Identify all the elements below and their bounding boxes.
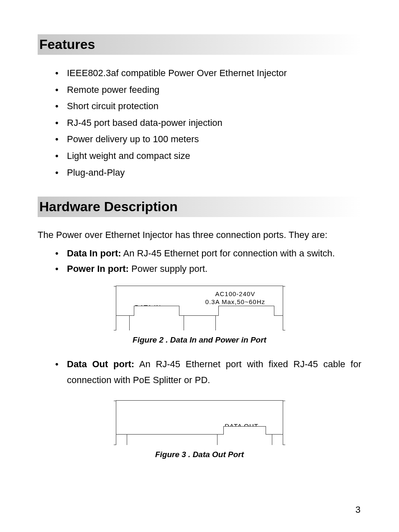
- figure-2-caption: Figure 2 . Data In and Power in Port: [38, 335, 361, 345]
- feature-item: Remote power feeding: [55, 82, 361, 98]
- figure-2: AC100-240V 0.3A Max,50~60Hz DATA IN Figu…: [38, 286, 361, 345]
- port-edge: [116, 435, 127, 445]
- port-desc: An RJ-45 Ethernet port for connection wi…: [121, 248, 335, 258]
- power-port-icon: [218, 306, 274, 316]
- feature-item: Power delivery up to 100 meters: [55, 131, 361, 148]
- port-spacer: [127, 435, 217, 445]
- data-out-port-slot: [217, 435, 272, 445]
- feature-item: IEEE802.3af compatible Power Over Ethern…: [55, 65, 361, 82]
- port-edge: [116, 316, 130, 330]
- rj45-port-icon: [134, 306, 179, 316]
- figure-3-caption: Figure 3 . Data Out Port: [38, 450, 361, 459]
- power-spec-line1: AC100-240V: [215, 290, 255, 297]
- feature-item: Light weight and compact size: [55, 148, 361, 164]
- port-label: Data Out port:: [67, 359, 134, 369]
- device-diagram-data-out: DATA OUT: [116, 400, 283, 445]
- feature-item: Short circuit protection: [55, 98, 361, 115]
- port-desc: Power supply port.: [129, 263, 207, 274]
- hardware-intro-text: The Power over Ethernet Injector has thr…: [38, 227, 361, 243]
- port-item-data-out: Data Out port: An RJ-45 Ethernet port wi…: [55, 356, 361, 388]
- port-label: Power In port:: [67, 263, 129, 274]
- document-page: Features IEEE802.3af compatible Power Ov…: [0, 0, 399, 532]
- figure-3: DATA OUT Figure 3 . Data Out Port: [38, 400, 361, 459]
- ports-list-continued: Data Out port: An RJ-45 Ethernet port wi…: [38, 356, 361, 388]
- port-spacer: [184, 316, 216, 330]
- device-diagram-data-in: AC100-240V 0.3A Max,50~60Hz DATA IN: [116, 286, 283, 330]
- power-spec-line2: 0.3A Max,50~60Hz: [205, 298, 265, 305]
- port-item-data-in: Data In port: An RJ-45 Ethernet port for…: [55, 246, 361, 261]
- port-item-power-in: Power In port: Power supply port.: [55, 261, 361, 276]
- features-heading: Features: [38, 34, 361, 55]
- ports-list: Data In port: An RJ-45 Ethernet port for…: [38, 246, 361, 277]
- feature-item: Plug-and-Play: [55, 164, 361, 181]
- port-edge: [272, 435, 283, 445]
- data-in-port-slot: [130, 316, 184, 330]
- edge-decoration: [283, 286, 285, 330]
- page-number: 3: [356, 504, 361, 515]
- power-spec-label: AC100-240V 0.3A Max,50~60Hz: [205, 290, 265, 306]
- power-port-slot: [216, 316, 283, 330]
- feature-item: RJ-45 port based data-power injection: [55, 115, 361, 131]
- rj45-port-icon: [223, 426, 266, 435]
- edge-decoration: [283, 401, 285, 445]
- port-label: Data In port:: [67, 248, 121, 258]
- features-list: IEEE802.3af compatible Power Over Ethern…: [38, 65, 361, 181]
- hardware-description-heading: Hardware Description: [38, 197, 361, 217]
